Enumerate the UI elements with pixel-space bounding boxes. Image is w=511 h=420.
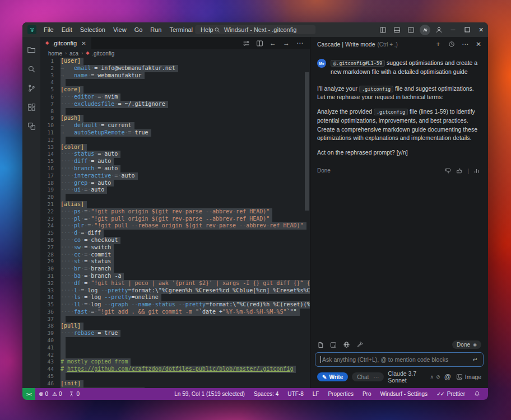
maximize-button[interactable] [460, 22, 474, 37]
breadcrumb-home[interactable]: home [48, 50, 62, 57]
thumbs-up-icon[interactable] [456, 167, 463, 174]
more-actions-icon[interactable]: ⋯ [294, 39, 305, 47]
autorun-done-button[interactable]: Done ◉ [452, 340, 481, 349]
code-line-24[interactable]: 24····plr·=·"!git pull --rebase origin $… [40, 222, 310, 230]
code-line-13[interactable]: 13[color] [40, 144, 310, 151]
model-selector[interactable]: Claude 3.7 Sonnet ∧ ⊘ [388, 370, 440, 384]
code-line-42[interactable]: 42 [40, 352, 310, 359]
tab-close-icon[interactable]: ✕ [81, 40, 86, 46]
code-line-36[interactable]: 36····fast·=·"!git add . && git commit -… [40, 309, 310, 316]
more-icon[interactable]: ⋯ [460, 40, 470, 48]
code-line-7[interactable]: 7····excludesfile·=·~/.gitignore [40, 101, 310, 108]
notifications-bell-icon[interactable] [470, 391, 485, 397]
code-line-16[interactable]: 16····branch·=·auto [40, 165, 310, 172]
cursor-position[interactable]: Ln 59, Col 1 (1519 selected) [170, 391, 249, 397]
code-line-37[interactable]: 37 [40, 316, 310, 323]
code-line-19[interactable]: 19····ui·=·auto [40, 186, 310, 194]
account-icon[interactable] [432, 22, 446, 37]
toggle-panel-icon[interactable] [390, 22, 404, 37]
code-line-6[interactable]: 6····editor·=·nvim [40, 94, 310, 101]
toggle-sidebar-icon[interactable] [376, 22, 390, 37]
breadcrumb[interactable]: home › aca › ◆ .gitconfig [40, 49, 310, 57]
stats-icon[interactable] [473, 167, 480, 174]
code-line-27[interactable]: 27····sw·=·switch [40, 244, 310, 251]
breadcrumb-aca[interactable]: aca [69, 50, 78, 57]
go-back-icon[interactable]: ← [267, 39, 278, 47]
code-line-31[interactable]: 31····ba·=·branch -a [40, 273, 310, 280]
write-mode-button[interactable]: ✎ Write [317, 372, 348, 381]
code-line-11[interactable]: 11→ autoSetupRemote·=·true [40, 129, 310, 137]
add-image-button[interactable]: Image [456, 374, 481, 380]
customize-layout-icon[interactable] [404, 22, 418, 37]
new-conversation-icon[interactable]: + [433, 40, 443, 48]
code-line-18[interactable]: 18····grep·=·auto [40, 180, 310, 187]
code-line-38[interactable]: 38[pull] [40, 323, 310, 330]
code-line-32[interactable]: 32····df·=·"!git hist | peco | awk '{pri… [40, 280, 310, 287]
ports-indicator[interactable]: 0 [65, 391, 83, 397]
minimize-button[interactable]: ─ [446, 22, 460, 37]
menu-terminal[interactable]: Terminal [166, 26, 197, 33]
encoding[interactable]: UTF-8 [283, 391, 308, 397]
code-line-17[interactable]: 17····interactive·=·auto [40, 172, 310, 180]
close-panel-icon[interactable]: ✕ [473, 40, 484, 48]
code-editor[interactable]: 1[user]2→ email·=·info@webmanufaktur.net… [40, 57, 310, 388]
explorer-icon[interactable] [22, 40, 40, 59]
code-line-15[interactable]: 15····diff·=·auto [40, 158, 310, 165]
code-line-29[interactable]: 29····st·=·status [40, 258, 310, 265]
command-center[interactable]: Windsurf - Next - .gitconfig [195, 25, 316, 34]
code-line-34[interactable]: 34····ls·=·log --pretty=oneline [40, 294, 310, 301]
chat-mode-button[interactable]: Chat ··· [352, 372, 384, 381]
close-button[interactable]: ✕ [474, 22, 488, 37]
code-line-47[interactable]: 47→ defaultBranch·=·main [40, 388, 310, 388]
code-line-4[interactable]: 4 [40, 79, 310, 86]
code-line-46[interactable]: 46[init] [40, 380, 310, 388]
code-line-21[interactable]: 21[alias] [40, 201, 310, 208]
attach-image-icon[interactable] [330, 342, 337, 348]
attach-file-icon[interactable] [317, 342, 324, 348]
cascade-toggle-icon[interactable] [420, 25, 430, 35]
breadcrumb-file[interactable]: .gitconfig [92, 50, 114, 57]
thumbs-down-icon[interactable] [445, 167, 452, 174]
code-line-39[interactable]: 39····rebase·=·true [40, 330, 310, 337]
code-line-1[interactable]: 1[user] [40, 58, 310, 65]
context-chip[interactable]: @.gitconfig#L1-59 [331, 60, 385, 67]
eol-sequence[interactable]: LF [308, 391, 324, 397]
code-line-5[interactable]: 5[core] [40, 86, 310, 94]
code-line-9[interactable]: 9[push] [40, 115, 310, 122]
code-line-22[interactable]: 22····ps·=·"!git push origin $(git rev-p… [40, 208, 310, 216]
menu-file[interactable]: File [40, 26, 58, 33]
remote-explorer-icon[interactable] [22, 116, 40, 136]
split-editor-icon[interactable] [254, 40, 265, 47]
windsurf-settings[interactable]: Windsurf - Settings [376, 391, 432, 397]
mention-icon[interactable]: @ [444, 373, 451, 381]
code-line-25[interactable]: 25····d·=·diff [40, 230, 310, 237]
code-line-28[interactable]: 28····cc·=·commit [40, 251, 310, 259]
code-line-10[interactable]: 10→ default·=·current [40, 122, 310, 129]
code-line-35[interactable]: 35····ll·=·log --graph --name-status --p… [40, 301, 310, 309]
history-icon[interactable] [447, 41, 457, 48]
menu-go[interactable]: Go [131, 26, 147, 33]
code-line-43[interactable]: 43# mostly copied from [40, 358, 310, 366]
source-control-icon[interactable] [22, 78, 40, 97]
code-line-26[interactable]: 26····co·=·checkout [40, 237, 310, 244]
code-line-40[interactable]: 40 [40, 337, 310, 344]
menu-view[interactable]: View [109, 26, 131, 33]
editor-scrollbar[interactable] [305, 72, 309, 211]
code-line-44[interactable]: 44# https://github.com/craftzdog/dotfile… [40, 366, 310, 373]
tab-gitconfig[interactable]: ◆ .gitconfig ✕ [40, 37, 91, 49]
code-line-2[interactable]: 2→ email·=·info@webmanufaktur.net [40, 65, 310, 72]
menu-run[interactable]: Run [146, 26, 165, 33]
plan-badge[interactable]: Pro [358, 391, 376, 397]
go-forward-icon[interactable]: → [281, 39, 292, 47]
menu-selection[interactable]: Selection [76, 26, 109, 33]
remote-indicator[interactable]: >< [22, 388, 35, 400]
menu-edit[interactable]: Edit [58, 26, 76, 33]
language-mode[interactable]: Properties [323, 391, 358, 397]
tools-icon[interactable] [356, 341, 364, 348]
code-line-41[interactable]: 41 [40, 344, 310, 352]
code-line-20[interactable]: 20 [40, 194, 310, 201]
code-line-45[interactable]: 45 [40, 373, 310, 380]
code-line-33[interactable]: 33····l·=·log --pretty=format:\"%Cgreen%… [40, 287, 310, 295]
problems-indicator[interactable]: ⊗0 ⚠0 [35, 391, 65, 397]
toggle-changes-icon[interactable] [240, 40, 252, 47]
